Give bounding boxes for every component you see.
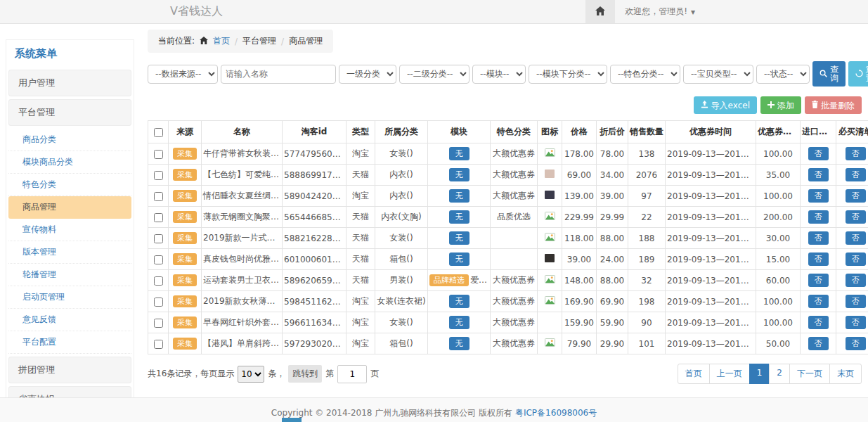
- topbar: V省钱达人 欢迎您，管理员! ▾: [0, 0, 868, 24]
- sidebar-item[interactable]: 拼团管理: [8, 357, 131, 383]
- import-select-toggle[interactable]: 否: [808, 168, 829, 181]
- sidebar-item[interactable]: 商品分类: [8, 129, 131, 151]
- import-select-toggle[interactable]: 否: [808, 252, 829, 266]
- import-select-toggle[interactable]: 否: [808, 210, 829, 224]
- module-none-badge[interactable]: 无: [449, 252, 469, 266]
- welcome-text: 欢迎您，管理员!: [625, 6, 687, 18]
- filter-select[interactable]: --状态--: [756, 65, 810, 84]
- must-buy-toggle[interactable]: 否: [846, 295, 866, 308]
- module-none-badge[interactable]: 无: [449, 316, 469, 329]
- import-select-toggle[interactable]: 否: [808, 337, 829, 350]
- sidebar-item[interactable]: 版本管理: [8, 241, 131, 264]
- must-buy-toggle[interactable]: 否: [846, 252, 866, 266]
- import-select-toggle[interactable]: 否: [808, 295, 829, 308]
- filter-select[interactable]: --宝贝类型--: [683, 65, 753, 84]
- filter-select[interactable]: --特色分类--: [610, 65, 680, 84]
- discount-price: 59.90: [597, 312, 628, 333]
- must-buy-toggle[interactable]: 否: [846, 316, 866, 329]
- products-table: 来源名称淘客id类型所属分类模块特色分类图标价格折后价销售数量优惠券时间优惠券金…: [148, 120, 868, 354]
- sidebar-item[interactable]: 省惠快报: [8, 386, 131, 398]
- pager-page-1[interactable]: 1: [749, 364, 770, 384]
- import-select-toggle[interactable]: 否: [808, 274, 829, 287]
- pager-last[interactable]: 末页: [829, 364, 862, 384]
- sales-count: 32: [628, 270, 666, 291]
- filter-select[interactable]: 一级分类: [339, 65, 396, 84]
- sidebar-item[interactable]: 特色分类: [8, 174, 131, 196]
- import-select-toggle[interactable]: 否: [808, 316, 829, 329]
- per-page-select[interactable]: 10: [238, 366, 264, 383]
- sidebar-item[interactable]: 模块商品分类: [8, 151, 131, 174]
- breadcrumb-separator: /: [235, 37, 238, 46]
- pager-first[interactable]: 首页: [678, 364, 710, 384]
- import-select-toggle[interactable]: 否: [808, 231, 829, 245]
- row-checkbox[interactable]: [154, 255, 163, 264]
- icon-cell: [538, 228, 562, 249]
- batch-delete-button[interactable]: 批量删除: [805, 96, 862, 114]
- filter-select[interactable]: --模块下分类--: [529, 65, 607, 84]
- icon-cell: [538, 249, 562, 270]
- module-none-badge[interactable]: 无: [449, 337, 469, 350]
- must-buy-toggle[interactable]: 否: [846, 168, 866, 181]
- feature-category: 大额优惠券: [491, 186, 538, 207]
- must-buy-toggle[interactable]: 否: [846, 274, 866, 287]
- query-button[interactable]: 查询: [812, 61, 846, 87]
- import-select-toggle[interactable]: 否: [808, 189, 829, 203]
- must-buy-toggle[interactable]: 否: [846, 147, 866, 160]
- import-select-toggle[interactable]: 否: [808, 147, 829, 160]
- icp-link[interactable]: 粤ICP备16098006号: [515, 408, 597, 418]
- row-checkbox[interactable]: [154, 276, 163, 286]
- pager-prev[interactable]: 上一页: [709, 364, 750, 384]
- filter-select[interactable]: --二级分类--: [399, 65, 469, 84]
- module-none-badge[interactable]: 无: [449, 189, 469, 203]
- module-none-badge[interactable]: 无: [449, 295, 469, 308]
- sidebar-item[interactable]: 平台配置: [8, 331, 131, 354]
- must-buy-toggle[interactable]: 否: [846, 337, 866, 350]
- breadcrumb-home-link[interactable]: 首页: [213, 35, 230, 47]
- row-checkbox[interactable]: [154, 192, 163, 201]
- column-header: 图标: [538, 121, 562, 143]
- module-none-badge[interactable]: 无: [449, 147, 469, 160]
- sidebar-item[interactable]: 用户管理: [8, 70, 131, 96]
- must-buy-toggle[interactable]: 否: [846, 231, 866, 245]
- reset-button[interactable]: 重置: [848, 61, 868, 87]
- page-suffix: 页: [370, 368, 379, 380]
- sidebar-item[interactable]: 商品管理: [8, 196, 131, 219]
- add-button[interactable]: 添加: [760, 96, 801, 114]
- sidebar-item[interactable]: 宣传物料: [8, 219, 131, 241]
- module-none-badge[interactable]: 无: [449, 168, 469, 181]
- home-icon: [595, 6, 605, 18]
- row-checkbox[interactable]: [154, 319, 163, 328]
- user-menu[interactable]: 欢迎您，管理员! ▾: [625, 6, 695, 18]
- row-checkbox[interactable]: [154, 213, 163, 222]
- sales-count: 2076: [628, 165, 666, 186]
- row-checkbox[interactable]: [154, 298, 163, 307]
- row-checkbox[interactable]: [154, 150, 163, 159]
- pager-page-2[interactable]: 2: [769, 364, 790, 384]
- filter-select[interactable]: --数据来源--: [148, 65, 218, 84]
- sidebar-item[interactable]: 意见反馈: [8, 309, 131, 331]
- sidebar-item[interactable]: 轮播管理: [8, 264, 131, 286]
- jump-button[interactable]: 跳转到: [288, 365, 322, 383]
- import-excel-button[interactable]: 导入excel: [694, 96, 757, 114]
- module-none-badge[interactable]: 无: [449, 210, 469, 224]
- home-button[interactable]: [585, 0, 615, 23]
- select-all-checkbox[interactable]: [154, 128, 163, 137]
- price: 69.00: [562, 165, 597, 186]
- sidebar-item[interactable]: 平台管理: [8, 99, 131, 126]
- must-buy-toggle[interactable]: 否: [846, 189, 866, 203]
- breadcrumb-item[interactable]: 平台管理: [242, 35, 276, 47]
- row-checkbox[interactable]: [154, 171, 163, 180]
- breadcrumb-item[interactable]: 商品管理: [289, 35, 323, 47]
- row-checkbox[interactable]: [154, 340, 163, 349]
- filter-select[interactable]: --模块--: [472, 65, 526, 84]
- must-buy-toggle[interactable]: 否: [846, 210, 866, 224]
- name-search-input[interactable]: [221, 65, 336, 84]
- page-number-input[interactable]: [337, 365, 367, 383]
- product-image-icon: [545, 212, 555, 222]
- row-checkbox[interactable]: [154, 234, 163, 243]
- sidebar-item[interactable]: 启动页管理: [8, 286, 131, 309]
- discount-price: 88.00: [597, 270, 628, 291]
- product-name: 早春网红针织外套女春...: [202, 312, 283, 333]
- module-none-badge[interactable]: 无: [449, 231, 469, 245]
- pager-next[interactable]: 下一页: [789, 364, 830, 384]
